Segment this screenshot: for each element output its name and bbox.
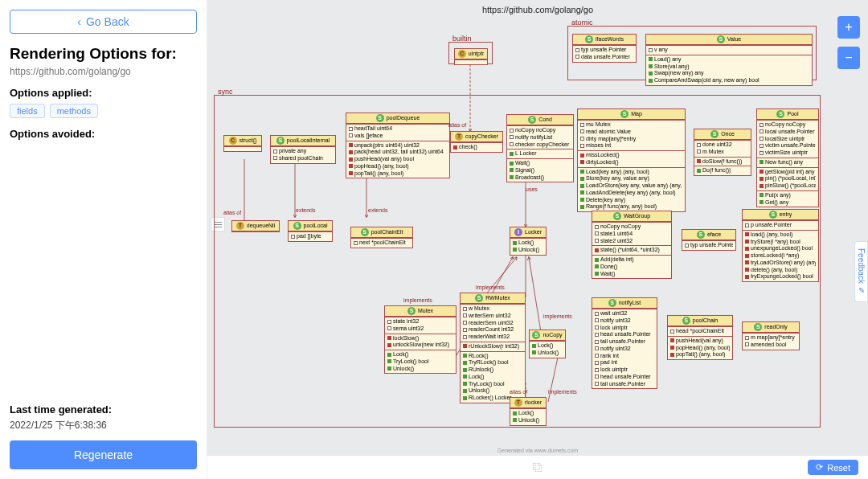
pkg-sync-label: sync — [218, 88, 233, 96]
tag-methods[interactable]: methods — [50, 104, 98, 118]
anno-alias-of-dequeuenil: alias of — [223, 210, 241, 215]
anno-implements-rwmutex: implements — [476, 285, 505, 290]
anno-extends-poolchainelt: extends — [368, 207, 388, 213]
fields: done uint32m Mutex — [694, 140, 751, 157]
anno-implements-rlocker: implements — [548, 389, 577, 395]
uml-notifyList[interactable]: SnotifyList wait uint32notify uint32lock… — [592, 297, 657, 389]
go-back-button[interactable]: ‹ Go Back — [10, 10, 197, 34]
anno-implements-mutex: implements — [403, 297, 432, 303]
diagram-canvas[interactable]: https://github.com/golang/go atomic buil… — [207, 0, 868, 479]
uml-noCopy[interactable]: SnoCopy Lock()Unlock() — [529, 330, 566, 358]
methods_g: Do(f func()) — [694, 166, 751, 175]
uml-struct[interactable]: Cstruct{} — [223, 135, 262, 152]
uml-readOnly[interactable]: SreadOnly m map[any]*entryamended bool — [742, 321, 800, 350]
uml-eface[interactable]: Seface typ unsafe.Pointer — [682, 229, 736, 251]
uml-poolLocal[interactable]: SpoolLocal pad []byte — [288, 220, 333, 242]
options-applied-label: Options applied: — [10, 87, 197, 99]
uml-Once[interactable]: SOnce done uint32m Mutex doSlow(f func()… — [694, 129, 751, 176]
pkg-atomic-label: atomic — [571, 18, 593, 27]
fields: headTail uint64vals []eface — [346, 124, 449, 141]
sidebar: ‹ Go Back Rendering Options for: https:/… — [0, 0, 207, 479]
methods_r: rUnlockSlow(r int32) — [461, 342, 525, 351]
repo-url: https://github.com/golang/go — [10, 66, 197, 77]
fields: noCopy noCopystate1 uint64state2 uint32 — [592, 222, 671, 245]
fields: w MutexwriterSem uint32readerSem uint32r… — [461, 304, 525, 342]
fields_g: New func() any — [757, 158, 818, 167]
methods_g: Lock()Unlock() — [530, 341, 565, 358]
uml-ifaceWords[interactable]: SifaceWords typ unsafe.Pointerdata unsaf… — [572, 34, 637, 63]
uml-dequeueNil[interactable]: TdequeueNil — [231, 220, 280, 232]
uml-Locker[interactable]: ILocker Lock()Unlock() — [510, 227, 547, 256]
anno-extends-poollocal: extends — [296, 207, 316, 213]
methods_g: Lock()TryLock() boolUnlock() — [385, 350, 456, 373]
go-back-label: Go Back — [86, 15, 129, 28]
methods_r: state() (*uint64, *uint32) — [592, 245, 671, 255]
uml-entry[interactable]: Sentry p unsafe.Pointer load() (any, boo… — [742, 209, 819, 282]
fields: p unsafe.Pointer — [743, 220, 818, 230]
uml-rlocker[interactable]: Trlocker Lock()Unlock() — [510, 397, 547, 426]
fields_g: L Locker — [507, 149, 573, 158]
last-time-value: 2022/1/25 下午6:38:36 — [10, 419, 197, 432]
uml-Cond[interactable]: SCond noCopy noCopynotify notifyListchec… — [506, 114, 574, 182]
methods_g: Load() anyStore(val any)Swap(new any) an… — [646, 55, 812, 85]
methods_g: Wait()Signal()Broadcast() — [507, 158, 573, 182]
options-avoided-label: Options avoided: — [10, 128, 197, 140]
anno-uses-locker: uses — [526, 186, 538, 192]
uml-uintptr[interactable]: Cuintptr — [454, 48, 488, 65]
methods_r: unpack(ptrs uint64) uint32pack(head uint… — [346, 141, 449, 178]
fields: state int32sema uint32 — [385, 317, 456, 334]
anno-implements-nocopy: implements — [543, 313, 572, 319]
feedback-tab[interactable]: Feedback ✎ — [854, 241, 868, 302]
methods_g: Load(key any) (any, bool)Store(key any, … — [578, 167, 685, 212]
fields: noCopy noCopynotify notifyListchecker co… — [507, 125, 573, 149]
anno-alias-of-rlocker: alias of — [510, 389, 527, 395]
fields: typ unsafe.Pointer — [682, 240, 735, 250]
uml-poolChainElt[interactable]: SpoolChainElt next *poolChainElt — [350, 227, 413, 248]
bottom-toolbar: ⿻ — [207, 455, 868, 479]
fields: typ unsafe.Pointerdata unsafe.Pointer — [573, 45, 636, 62]
fields: pad []byte — [289, 231, 332, 241]
methods_r: load() (any, bool)tryStore(i *any) boolu… — [743, 230, 818, 281]
regenerate-button[interactable]: Regenerate — [10, 440, 197, 469]
feedback-label: Feedback — [857, 248, 866, 284]
zoom-in-button[interactable]: + — [837, 16, 860, 39]
uml-copyChecker[interactable]: TcopyChecker check() — [450, 131, 503, 153]
fields: v any — [646, 45, 812, 55]
uml-Value[interactable]: SValue v any Load() anyStore(val any)Swa… — [645, 34, 813, 86]
fields: wait uint32notify uint32lock uintptrhead… — [592, 309, 657, 388]
methods_g: Lock()Unlock() — [510, 238, 546, 255]
uml-Pool[interactable]: SPool noCopy noCopylocal unsafe.Pointerl… — [756, 108, 819, 207]
methods_r: check() — [451, 142, 502, 152]
methods_r: getSlow(pid int) anypin() (*poolLocal, i… — [757, 167, 818, 190]
methods_r: doSlow(f func()) — [694, 157, 751, 166]
pkg-builtin-label: builtin — [452, 35, 472, 43]
fields: next *poolChainElt — [351, 238, 412, 248]
methods_g: Put(x any)Get() any — [757, 190, 818, 207]
fields: noCopy noCopylocal unsafe.PointerlocalSi… — [757, 120, 818, 158]
methods_g: Add(delta int)Done()Wait() — [592, 255, 671, 278]
methods_r: missLocked()dirtyLocked() — [578, 150, 685, 167]
reset-icon: ⟳ — [816, 462, 823, 473]
zoom-out-button[interactable]: − — [837, 47, 860, 69]
generated-note: Generated via www.dumels.com — [207, 448, 868, 453]
methods_g: RLock()TryRLock() boolRUnlock()Lock()Try… — [461, 351, 525, 403]
fields: head *poolChainElt — [668, 326, 732, 336]
fields: private anyshared poolChain — [271, 146, 335, 163]
uml-poolLocalInternal[interactable]: SpoolLocalInternal private anyshared poo… — [270, 135, 336, 164]
fields: mu Mutexread atomic.Valuedirty map[any]*… — [578, 120, 685, 150]
diagram-icon: ⿻ — [533, 462, 542, 473]
fields: m map[any]*entryamended bool — [743, 333, 799, 350]
canvas-title: https://github.com/golang/go — [207, 5, 868, 14]
uml-WaitGroup[interactable]: SWaitGroup noCopy noCopystate1 uint64sta… — [592, 211, 672, 279]
uml-Map[interactable]: SMap mu Mutexread atomic.Valuedirty map[… — [577, 108, 686, 212]
chevron-left-icon: ‹ — [77, 15, 81, 28]
reset-button[interactable]: ⟳ Reset — [808, 460, 858, 475]
last-time-label: Last time generated: — [10, 403, 197, 416]
tag-fields[interactable]: fields — [10, 104, 45, 118]
uml-RWMutex[interactable]: SRWMutex w MutexwriterSem uint32readerSe… — [460, 293, 526, 403]
reset-label: Reset — [827, 463, 850, 473]
uml-poolChain[interactable]: SpoolChain head *poolChainElt pushHead(v… — [667, 315, 733, 360]
uml-poolDequeue[interactable]: SpoolDequeue headTail uint64vals []eface… — [346, 113, 450, 178]
page-title: Rendering Options for: — [10, 45, 197, 63]
uml-Mutex[interactable]: SMutex state int32sema uint32 lockSlow()… — [384, 305, 457, 374]
